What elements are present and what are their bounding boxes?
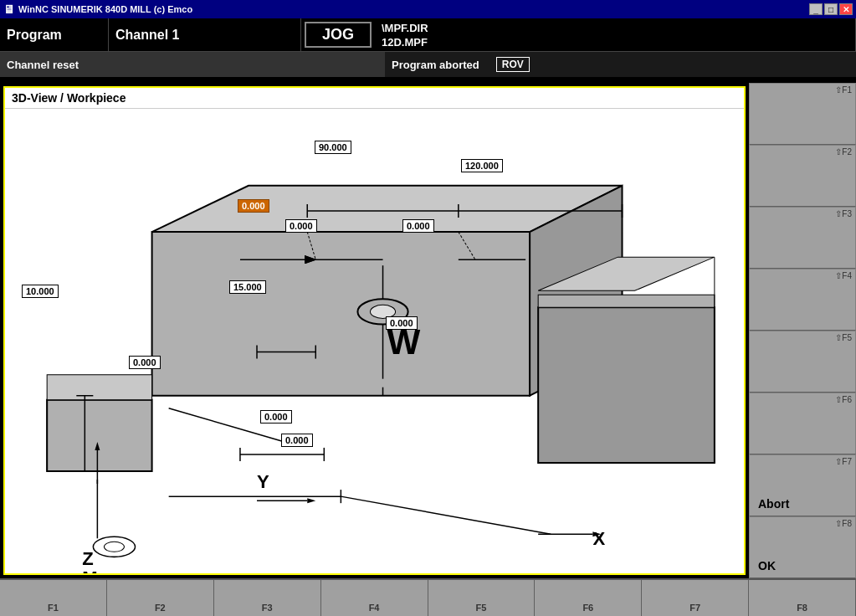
fkey-f4[interactable]: F4 <box>321 580 428 616</box>
f3-button-label <box>753 263 852 266</box>
dim-center-left: 15.000 <box>229 280 266 294</box>
titlebar-controls: _ □ ✕ <box>809 3 853 15</box>
svg-marker-6 <box>47 374 151 399</box>
program-label: Program <box>0 18 109 51</box>
dim-bottom-left: 0.000 <box>129 356 161 369</box>
fkey-f8-label: F8 <box>797 603 807 613</box>
close-button[interactable]: ✕ <box>839 3 853 15</box>
view-canvas: W <box>5 109 744 573</box>
app-icon: 🖥 <box>3 3 15 16</box>
f6-button-label <box>753 449 852 452</box>
dim-y-axis: 0.000 <box>260 410 292 424</box>
sidebar-f6-button[interactable]: ⇧F6 <box>749 393 856 454</box>
sidebar-f5-button[interactable]: ⇧F5 <box>749 331 856 393</box>
right-sidebar: ⇧F1 ⇧F2 ⇧F3 ⇧F4 ⇧F5 ⇧F6 <box>749 83 856 578</box>
f8-shortcut-label: ⇧F8 <box>835 519 852 528</box>
svg-text:X: X <box>592 528 605 549</box>
rov-badge: ROV <box>496 57 530 72</box>
svg-point-46 <box>104 542 124 552</box>
fkey-f2-label: F2 <box>155 603 166 613</box>
program-aborted-status: Program aborted ROV <box>385 52 856 77</box>
sidebar-abort-button[interactable]: ⇧F7 Abort <box>749 454 856 516</box>
file-name: 12D.MPF <box>382 36 428 49</box>
header-row2: Channel reset Program aborted ROV <box>0 52 856 77</box>
dim-highlight: 0.000 <box>238 199 269 213</box>
dim-90: 90.000 <box>315 141 351 154</box>
svg-marker-1 <box>152 232 531 396</box>
fkey-f8[interactable]: F8 <box>749 580 856 616</box>
channel-reset-status: Channel reset <box>0 52 385 77</box>
fkey-f5-label: F5 <box>476 603 487 613</box>
fkey-f6[interactable]: F6 <box>535 580 642 616</box>
dim-mid-left1: 0.000 <box>285 219 317 233</box>
file-info: \MPF.DIR 12D.MPF <box>375 18 856 51</box>
fkey-f2[interactable]: F2 <box>107 580 214 616</box>
main-container: Program Channel 1 JOG \MPF.DIR 12D.MPF C… <box>0 18 856 616</box>
f5-shortcut-label: ⇧F5 <box>835 333 852 342</box>
minimize-button[interactable]: _ <box>809 3 823 15</box>
sidebar-f3-button[interactable]: ⇧F3 <box>749 207 856 269</box>
sidebar-f4-button[interactable]: ⇧F4 <box>749 269 856 331</box>
channel-label: Channel 1 <box>109 18 301 51</box>
aborted-label: Program aborted <box>392 59 479 71</box>
svg-marker-3 <box>47 399 151 470</box>
view-title: 3D-View / Workpiece <box>5 88 744 109</box>
svg-marker-42 <box>307 498 315 503</box>
dim-side-left: 10.000 <box>22 285 59 298</box>
svg-marker-7 <box>538 307 715 463</box>
f2-shortcut-label: ⇧F2 <box>835 147 852 157</box>
dim-center-right: 0.000 <box>386 316 418 330</box>
jog-mode-indicator: JOG <box>305 22 372 48</box>
f2-button-label <box>753 201 852 204</box>
svg-line-34 <box>341 496 551 534</box>
f5-button-label <box>753 387 852 390</box>
fkey-f7[interactable]: F7 <box>642 580 749 616</box>
dim-bottom-mid2: 0.000 <box>281 434 313 447</box>
fkey-f3[interactable]: F3 <box>214 580 321 616</box>
fkey-f1[interactable]: F1 <box>0 580 107 616</box>
f1-button-label <box>753 139 852 142</box>
f7-shortcut-label: ⇧F7 <box>835 457 852 466</box>
sidebar-f1-button[interactable]: ⇧F1 <box>749 83 856 145</box>
workpiece-svg: W <box>5 109 744 573</box>
f4-button-label <box>753 325 852 328</box>
dim-120: 120.000 <box>461 159 503 172</box>
f3-shortcut-label: ⇧F3 <box>835 209 852 218</box>
file-dir: \MPF.DIR <box>382 22 428 34</box>
dim-mid-right1: 0.000 <box>402 219 434 233</box>
left-panel: 3D-View / Workpiece <box>0 83 749 578</box>
svg-text:Z: Z <box>82 548 93 569</box>
fkey-f1-label: F1 <box>48 603 59 613</box>
f4-shortcut-label: ⇧F4 <box>835 271 852 280</box>
header-row1: Program Channel 1 JOG \MPF.DIR 12D.MPF <box>0 18 856 52</box>
fkey-f3-label: F3 <box>262 603 273 613</box>
svg-text:M: M <box>82 567 97 573</box>
svg-text:Y: Y <box>257 471 269 492</box>
titlebar: 🖥 WinNC SINUMERIK 840D MILL (c) Emco _ □… <box>0 0 856 18</box>
svg-point-45 <box>93 536 135 557</box>
titlebar-left: 🖥 WinNC SINUMERIK 840D MILL (c) Emco <box>3 3 192 16</box>
sidebar-ok-button[interactable]: ⇧F8 OK <box>749 516 856 578</box>
abort-button-label: Abort <box>753 497 852 514</box>
svg-marker-8 <box>538 295 715 307</box>
bottom-function-keys: F1 F2 F3 F4 F5 F6 F7 F8 <box>0 578 856 616</box>
fkey-f5[interactable]: F5 <box>428 580 536 616</box>
maximize-button[interactable]: □ <box>824 3 838 15</box>
sidebar-f2-button[interactable]: ⇧F2 <box>749 145 856 207</box>
content-area: 3D-View / Workpiece <box>0 83 856 578</box>
fkey-f6-label: F6 <box>582 603 593 613</box>
header: Program Channel 1 JOG \MPF.DIR 12D.MPF C… <box>0 18 856 77</box>
3d-view-container: 3D-View / Workpiece <box>3 86 746 575</box>
f1-shortcut-label: ⇧F1 <box>835 85 852 95</box>
fkey-f4-label: F4 <box>369 603 380 613</box>
f6-shortcut-label: ⇧F6 <box>835 395 852 404</box>
fkey-f7-label: F7 <box>689 603 700 613</box>
app-title: WinNC SINUMERIK 840D MILL (c) Emco <box>18 4 192 14</box>
ok-button-label: OK <box>753 559 852 576</box>
